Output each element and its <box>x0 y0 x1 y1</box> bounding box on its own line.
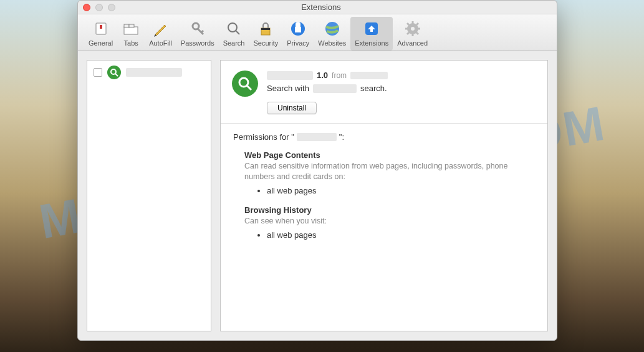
from-label: from <box>332 71 347 80</box>
toolbar-search[interactable]: Search <box>219 17 249 51</box>
permissions-name-redacted <box>297 133 337 141</box>
extensions-sidebar <box>87 60 211 331</box>
general-icon <box>92 19 110 38</box>
toolbar-label: Search <box>223 39 245 47</box>
svg-line-22 <box>416 23 418 25</box>
gear-icon <box>403 19 422 38</box>
permission-group: Browsing History Can see when you visit:… <box>244 205 535 240</box>
svg-line-20 <box>416 32 418 34</box>
toolbar-general[interactable]: General <box>84 17 117 51</box>
close-icon[interactable] <box>83 4 90 11</box>
extension-name-redacted <box>126 68 182 77</box>
permissions-heading-suffix: ": <box>339 132 344 142</box>
extension-desc-redacted <box>313 84 357 93</box>
svg-point-14 <box>411 27 415 31</box>
toolbar-label: Passwords <box>181 39 214 47</box>
toolbar-label: Privacy <box>287 39 309 47</box>
toolbar-passwords[interactable]: Passwords <box>176 17 219 51</box>
titlebar: Extensions <box>78 1 557 14</box>
toolbar-label: Advanced <box>397 39 428 47</box>
privacy-icon <box>289 19 307 38</box>
extension-enable-checkbox[interactable] <box>94 68 102 77</box>
toolbar-tabs[interactable]: Tabs <box>117 17 145 51</box>
content-area: 1.0 from Search with search. Uninstall P… <box>78 51 557 340</box>
toolbar-extensions[interactable]: Extensions <box>350 17 393 51</box>
svg-rect-4 <box>129 24 134 27</box>
extension-desc-prefix: Search with <box>267 84 309 93</box>
toolbar-advanced[interactable]: Advanced <box>393 17 432 51</box>
svg-line-21 <box>407 32 409 34</box>
autofill-icon <box>151 19 170 38</box>
extension-info: 1.0 from Search with search. Uninstall <box>267 71 536 114</box>
toolbar-label: Extensions <box>355 39 388 47</box>
extension-list-item[interactable] <box>87 61 211 84</box>
svg-point-6 <box>228 23 237 32</box>
preferences-window: Extensions General Tabs AutoFill Passwor… <box>77 0 557 341</box>
permission-desc: Can read sensitive information from web … <box>244 161 535 182</box>
extension-detail: 1.0 from Search with search. Uninstall P… <box>220 60 548 331</box>
toolbar-autofill[interactable]: AutoFill <box>145 17 176 51</box>
svg-point-24 <box>239 78 248 87</box>
search-icon <box>224 19 243 38</box>
extension-name-redacted <box>267 71 313 80</box>
permission-list: all web pages <box>267 186 535 195</box>
svg-rect-3 <box>124 24 129 27</box>
permission-title: Browsing History <box>244 205 535 215</box>
svg-rect-8 <box>261 28 270 30</box>
permission-desc: Can see when you visit: <box>244 216 535 227</box>
tabs-icon <box>122 19 140 38</box>
permission-item: all web pages <box>267 186 535 195</box>
permissions-section: Permissions for " ": Web Page Contents C… <box>221 124 547 258</box>
svg-rect-2 <box>124 27 138 34</box>
permissions-heading-prefix: Permissions for " <box>233 132 294 142</box>
toolbar-label: Websites <box>318 39 346 47</box>
toolbar-label: AutoFill <box>149 39 172 47</box>
extension-version: 1.0 <box>317 71 328 80</box>
svg-point-23 <box>111 69 116 74</box>
permission-list: all web pages <box>267 230 535 240</box>
extension-icon <box>232 71 258 97</box>
toolbar-label: General <box>89 39 113 47</box>
toolbar-security[interactable]: Security <box>249 17 282 51</box>
lock-icon <box>256 19 275 38</box>
svg-rect-1 <box>100 25 102 29</box>
key-icon <box>188 19 207 38</box>
extension-icon <box>107 66 121 79</box>
permissions-heading: Permissions for " ": <box>233 132 535 142</box>
extensions-icon <box>362 19 381 38</box>
toolbar-websites[interactable]: Websites <box>314 17 350 51</box>
permission-group: Web Page Contents Can read sensitive inf… <box>244 150 535 195</box>
extension-header: 1.0 from Search with search. Uninstall <box>221 61 547 123</box>
svg-rect-10 <box>295 27 301 32</box>
permission-item: all web pages <box>267 230 535 240</box>
uninstall-button[interactable]: Uninstall <box>267 102 317 114</box>
extension-desc-suffix: search. <box>360 84 387 93</box>
preferences-toolbar: General Tabs AutoFill Passwords Search <box>78 14 557 51</box>
extension-developer-redacted <box>350 72 388 79</box>
globe-icon <box>323 19 342 38</box>
permission-title: Web Page Contents <box>244 150 535 160</box>
toolbar-privacy[interactable]: Privacy <box>282 17 314 51</box>
toolbar-label: Security <box>253 39 278 47</box>
window-title: Extensions <box>90 2 552 12</box>
toolbar-label: Tabs <box>124 39 138 47</box>
svg-line-19 <box>407 23 409 25</box>
